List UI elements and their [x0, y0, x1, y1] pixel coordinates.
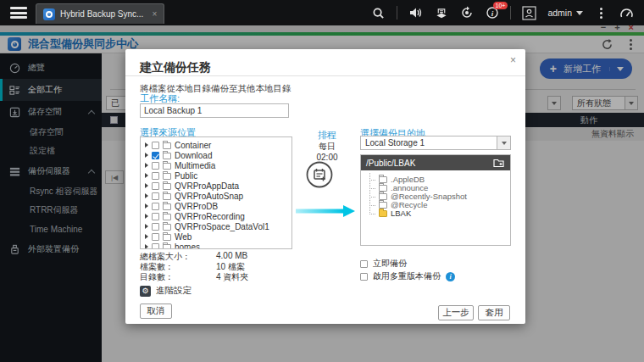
expand-icon[interactable] — [145, 173, 148, 178]
folder-icon — [163, 173, 171, 180]
dialog-close-icon[interactable]: × — [510, 54, 516, 66]
folder-name: QVRProRecording — [175, 212, 245, 221]
schedule-calendar-icon[interactable] — [305, 160, 334, 192]
expand-icon[interactable] — [145, 183, 148, 188]
dest-tree-row-selected[interactable]: LBAK — [369, 209, 510, 217]
tab-close-icon[interactable]: × — [152, 9, 157, 19]
folder-name: Public — [175, 171, 197, 181]
app-tab-hybrid-backup-sync[interactable]: Hybrid Backup Sync... × — [36, 3, 164, 24]
folder-icon — [163, 153, 171, 159]
folder-icon — [163, 244, 171, 250]
user-icon[interactable] — [522, 6, 536, 20]
info-icon[interactable]: i — [446, 272, 455, 281]
notifications-icon[interactable]: i 10+ — [485, 6, 499, 20]
backup-now-option[interactable]: 立即備份 — [360, 258, 407, 270]
advanced-settings-label: 進階設定 — [156, 285, 192, 297]
source-tree-row[interactable]: homes — [141, 242, 291, 249]
advanced-settings-button[interactable]: ⚙ 進階設定 — [140, 285, 192, 297]
total-size-value: 4.00 MB — [216, 251, 247, 260]
folder-icon — [163, 193, 171, 200]
tree-connector — [369, 181, 375, 189]
admin-menu[interactable]: admin — [547, 8, 583, 18]
source-tree-row[interactable]: Web — [141, 231, 291, 242]
previous-step-button[interactable]: 上一步 — [438, 305, 474, 320]
dest-tree-row[interactable]: .AppleDB — [369, 175, 510, 183]
folder-icon — [163, 142, 171, 149]
folder-icon — [379, 193, 387, 200]
expand-icon[interactable] — [145, 153, 148, 158]
search-icon[interactable] — [371, 6, 386, 20]
tree-connector — [369, 198, 375, 206]
source-tree-row[interactable]: Download — [141, 150, 291, 160]
checkbox[interactable] — [152, 223, 159, 231]
tree-connector — [369, 173, 375, 181]
checkbox[interactable] — [152, 172, 159, 180]
job-name-input[interactable] — [140, 103, 289, 118]
multi-version-option[interactable]: 啟用多重版本備份 i — [360, 270, 455, 282]
taskbar-divider — [510, 6, 511, 19]
source-tree-row[interactable]: Multimedia — [141, 160, 291, 170]
checkbox[interactable] — [360, 260, 368, 268]
folder-icon — [163, 224, 171, 231]
checkbox[interactable] — [152, 213, 159, 220]
background-tasks-icon[interactable] — [434, 6, 448, 20]
folder-name: Download — [175, 151, 212, 160]
folder-icon — [163, 183, 171, 190]
apply-button[interactable]: 套用 — [478, 305, 510, 320]
checkbox[interactable] — [152, 142, 159, 149]
checkbox-checked[interactable] — [152, 152, 159, 159]
checkbox[interactable] — [152, 182, 159, 190]
dest-tree-row[interactable]: .announce — [369, 183, 510, 192]
cancel-button[interactable]: 取消 — [140, 304, 172, 319]
source-folder-tree: Container Download Multimedia Public QVR… — [140, 136, 292, 249]
hbs-app-icon — [43, 8, 55, 20]
svg-text:i: i — [491, 9, 494, 18]
folder-icon — [379, 176, 387, 183]
select-dropdown-button[interactable] — [497, 136, 510, 149]
checkbox[interactable] — [152, 243, 159, 250]
more-options-icon[interactable] — [594, 6, 608, 20]
schedule-frequency: 每日 — [294, 142, 360, 153]
dest-tree-row[interactable]: @Recycle — [369, 200, 510, 209]
create-backup-task-dialog: 建立備份任務 × 將檔案從本地目錄備份至其他本地目錄 工作名稱: 選擇來源位置 … — [125, 49, 525, 324]
checkbox[interactable] — [152, 203, 159, 210]
tree-connector — [369, 190, 375, 198]
expand-icon[interactable] — [145, 193, 148, 198]
source-tree-row[interactable]: QVRProSpace_DataVol1 — [141, 221, 291, 231]
source-tree-row[interactable]: Public — [141, 170, 291, 181]
expand-icon[interactable] — [145, 203, 148, 209]
flow-arrow-icon — [296, 204, 355, 221]
gear-icon: ⚙ — [140, 286, 151, 297]
checkbox[interactable] — [152, 162, 159, 170]
dest-tree-row[interactable]: @Recently-Snapshot — [369, 192, 510, 200]
source-tree-row[interactable]: QVRProAutoSnap — [141, 191, 291, 201]
dashboard-icon[interactable] — [619, 6, 634, 20]
desktop-taskbar: Hybrid Backup Sync... × i 10+ admin — [0, 0, 644, 25]
expand-icon[interactable] — [145, 163, 148, 168]
folder-name: QVRProAppData — [175, 181, 239, 191]
main-menu-icon[interactable] — [10, 7, 27, 19]
checkbox[interactable] — [360, 273, 368, 281]
checkbox[interactable] — [152, 233, 159, 241]
folder-name: Web — [175, 232, 192, 242]
source-tree-row[interactable]: QVRProDB — [141, 201, 291, 211]
expand-icon[interactable] — [145, 224, 148, 229]
folder-name: QVRProSpace_DataVol1 — [175, 222, 269, 231]
checkbox[interactable] — [152, 192, 159, 200]
folder-icon — [163, 163, 171, 170]
folder-icon — [379, 202, 387, 209]
source-tree-row[interactable]: Container — [141, 140, 291, 150]
source-tree-row[interactable]: QVRProRecording — [141, 211, 291, 221]
expand-icon[interactable] — [145, 214, 148, 219]
sync-status-icon[interactable] — [459, 6, 474, 20]
expand-icon[interactable] — [145, 142, 148, 148]
destination-storage-select[interactable]: Local Storage 1 — [360, 136, 511, 150]
folder-icon — [379, 185, 387, 192]
admin-label: admin — [547, 8, 572, 18]
create-folder-icon[interactable] — [493, 158, 505, 168]
expand-icon[interactable] — [145, 234, 148, 239]
folder-name: homes — [175, 242, 200, 250]
source-tree-row[interactable]: QVRProAppData — [141, 181, 291, 191]
expand-icon[interactable] — [145, 244, 148, 249]
volume-icon[interactable] — [408, 6, 423, 20]
